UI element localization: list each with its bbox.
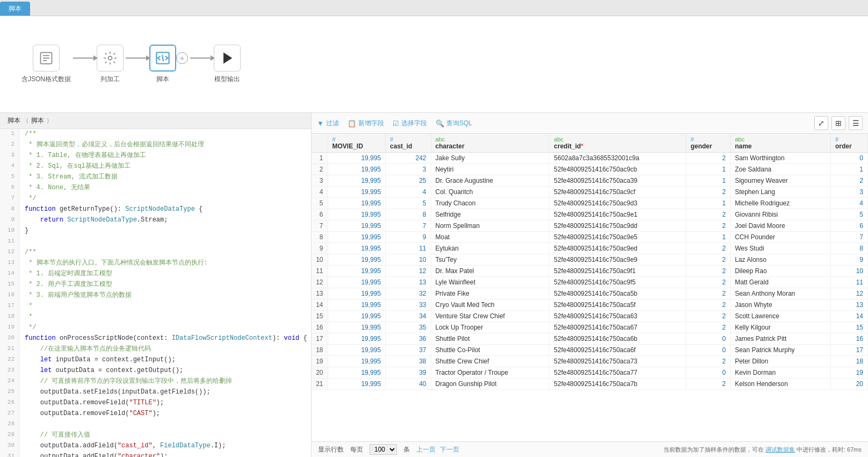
table-col-credit_id[interactable]: abccredit_id* [549, 134, 686, 153]
line-content[interactable]: } [19, 226, 28, 237]
pipeline-add-button[interactable]: + [176, 52, 188, 64]
table-cell-gender: 2 [686, 153, 730, 164]
table-cell-character: Lyle Wainfleet [431, 277, 549, 288]
table-cell-MOVIE_ID: 19,995 [328, 198, 386, 209]
line-content[interactable]: /** [19, 129, 37, 140]
line-content[interactable] [19, 419, 25, 430]
line-content[interactable]: outputData.removeField("CAST"); [19, 409, 160, 419]
pipeline-connector-2 [190, 58, 212, 59]
next-page-button[interactable]: 下一页 [440, 445, 459, 454]
table-col-order[interactable]: #order [830, 134, 867, 153]
grid-view-icon[interactable]: ⊞ [831, 116, 845, 130]
line-content[interactable]: let outputData = context.getOutput(); [19, 366, 183, 376]
table-cell-MOVIE_ID: 19,995 [328, 356, 386, 367]
table-cell-name: Scott Lawrence [730, 311, 831, 322]
table-col-cast_id[interactable]: #cast_id [386, 134, 431, 153]
table-cell-order: 3 [830, 187, 867, 198]
script-line: 31 outputData.addField("character"); [0, 452, 311, 457]
line-content[interactable]: //在这里输入脚本节点的业务逻辑代码 [19, 344, 151, 355]
script-body[interactable]: 1/**2 * 脚本返回类型，必须定义，后台会根据返回结果做不同处理3 * 1.… [0, 129, 311, 457]
line-content[interactable]: */ [19, 194, 37, 204]
line-content[interactable]: /** [19, 247, 37, 258]
pipeline-connector-1 [126, 58, 147, 59]
line-content[interactable]: function getReturnType(): ScriptNodeData… [19, 204, 202, 215]
line-content[interactable]: * 脚本节点的执行入口。下面几种情况会触发脚本节点的执行: [19, 258, 208, 269]
pipeline-node-json-input[interactable]: 含JSON格式数据 [21, 45, 71, 84]
line-content[interactable]: outputData.addField("cast_id", FieldData… [19, 441, 226, 452]
table-cell-cast_id: 8 [386, 209, 431, 220]
table-cell-order: 12 [830, 288, 867, 299]
line-content[interactable]: * 3. 前端用户预览脚本节点的数据 [19, 290, 132, 301]
table-cell-MOVIE_ID: 19,995 [328, 367, 386, 379]
pipeline-node-model-output[interactable]: 模型输出 [214, 45, 241, 84]
table-cell-order: 17 [830, 345, 867, 356]
table-col-gender[interactable]: #gender [686, 134, 730, 153]
table-cell-character: Eytukan [431, 243, 549, 254]
script-line: 4 * 2. Sql, 在sql基础上再做加工 [0, 161, 311, 172]
select-field-label: 选择字段 [401, 119, 427, 128]
table-col-name[interactable]: abcname [730, 134, 831, 153]
table-col-character[interactable]: abccharacter [431, 134, 549, 153]
list-view-icon[interactable]: ☰ [849, 116, 863, 130]
line-content[interactable]: outputData.removeField("TITLE"); [19, 398, 164, 409]
line-content[interactable]: * 1. Table, 在物理表基础上再做加工 [19, 151, 146, 161]
line-content[interactable]: let inputData = context.getInput(); [19, 355, 176, 366]
line-number: 2 [0, 140, 19, 151]
filter-button[interactable]: ▼ 过滤 [317, 119, 339, 128]
table-row: 319,99525Dr. Grace Augustine52fe48009251… [312, 175, 868, 187]
table-cell-gender: 2 [686, 187, 730, 198]
table-cell-MOVIE_ID: 19,995 [328, 254, 386, 266]
prev-page-button[interactable]: 上一页 [416, 445, 436, 454]
line-content[interactable]: outputData.setFields(inputData.getFields… [19, 387, 211, 398]
line-number: 11 [0, 237, 19, 247]
line-content[interactable]: // 可直接将前序节点的字段设置到输出字段中，然后将多的给删掉 [19, 376, 232, 387]
script-line: 16 * 3. 前端用户预览脚本节点的数据 [0, 290, 311, 301]
expand-icon[interactable]: ⤢ [814, 116, 828, 130]
line-content[interactable]: * 脚本返回类型，必须定义，后台会根据返回结果做不同处理 [19, 140, 204, 151]
table-cell-character: Moat [431, 232, 549, 243]
table-cell-character: Col. Quaritch [431, 187, 549, 198]
table-cell-name: Matt Gerald [730, 277, 831, 288]
select-field-button[interactable]: ☑ 选择字段 [393, 119, 427, 128]
line-content[interactable]: * [19, 301, 32, 312]
line-content[interactable]: * 2. 用户手工调度加工模型 [19, 280, 112, 290]
display-rows-label: 显示行数 [318, 445, 344, 454]
pipeline-node-icon-json-input [33, 45, 60, 72]
query-sql-button[interactable]: 🔍 查询SQL [436, 119, 472, 128]
line-content[interactable]: function onProcessScriptNode(context: ID… [19, 333, 307, 344]
line-number: 1 [0, 129, 19, 140]
script-line: 12/** [0, 247, 311, 258]
line-content[interactable]: * 1. 后端定时调度加工模型 [19, 269, 112, 280]
table-cell-credit_id: 52fe48009251416c750ac9dd [549, 220, 686, 232]
pipeline-node-script[interactable]: 脚本 [149, 45, 176, 84]
table-cell-MOVIE_ID: 19,995 [328, 220, 386, 232]
table-row: 119,995242Jake Sully5602a8a7c3a368553200… [312, 153, 868, 164]
pipeline-node-col-process[interactable]: 列加工 [97, 45, 124, 84]
table-row: 1419,99533Cryo Vault Med Tech52fe4800925… [312, 299, 868, 311]
line-content[interactable]: */ [19, 323, 37, 333]
script-line: 5 * 3. Stream, 流式加工数据 [0, 172, 311, 183]
table-cell-cast_id: 10 [386, 254, 431, 266]
table-cell-gender: 2 [686, 277, 730, 288]
table-cell-MOVIE_ID: 19,995 [328, 311, 386, 322]
table-cell-character: Shuttle Co-Pilot [431, 345, 549, 356]
table-col-MOVIE_ID[interactable]: #MOVIE_ID [328, 134, 386, 153]
line-content[interactable] [19, 237, 25, 247]
table-cell-cast_id: 3 [386, 164, 431, 175]
table-cell-cast_id: 34 [386, 311, 431, 322]
line-content[interactable]: * 2. Sql, 在sql基础上再做加工 [19, 161, 131, 172]
line-content[interactable]: outputData.addField("character"); [19, 452, 168, 457]
line-content[interactable]: * 3. Stream, 流式加工数据 [19, 172, 118, 183]
per-page-select[interactable]: 100 50 200 [370, 444, 397, 455]
add-field-button[interactable]: 📋 新增字段 [348, 119, 384, 128]
table-cell-gender: 0 [686, 367, 730, 379]
line-content[interactable]: * [19, 312, 32, 323]
line-content[interactable]: return ScriptNodeDataType.Stream; [19, 215, 168, 226]
debug-dataset-link[interactable]: 调试数据集 [765, 446, 795, 453]
table-cell-gender: 2 [686, 356, 730, 367]
line-content[interactable]: // 可直接传入值 [19, 430, 90, 441]
line-content[interactable]: * 4. None, 无结果 [19, 183, 90, 194]
table-cell-rownum: 15 [312, 311, 328, 322]
table-cell-rownum: 14 [312, 299, 328, 311]
tab-script[interactable]: 脚本 [0, 2, 30, 16]
